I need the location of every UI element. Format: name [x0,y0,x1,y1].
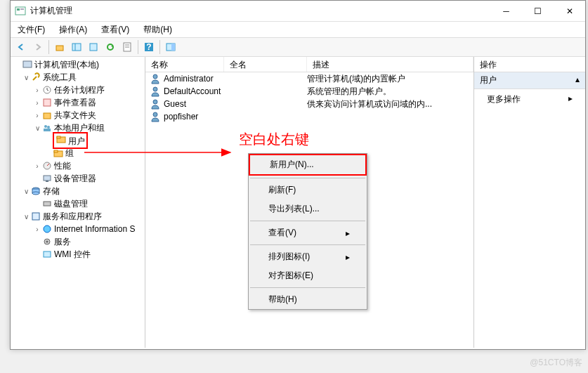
ctx-align[interactable]: 对齐图标(E) [249,266,367,285]
tree-svcs[interactable]: 服务 [11,235,145,248]
col-fullname[interactable]: 全名 [224,57,307,72]
show-hide-button[interactable] [69,39,84,55]
close-button[interactable]: ✕ [554,1,585,21]
properties-button[interactable] [119,39,135,55]
tree-eventvwr[interactable]: ›事件查看器 [11,96,145,109]
gear-icon [41,236,53,247]
annotation-arrow [84,145,239,159]
svg-point-38 [153,74,157,79]
tree-devmgr[interactable]: 设备管理器 [11,172,145,185]
chevron-right-icon: ▸ [346,252,350,262]
col-name[interactable]: 名称 [145,57,224,72]
tree-perf[interactable]: ›性能 [11,159,145,172]
svg-point-39 [153,87,157,91]
back-button[interactable] [13,39,29,55]
tree-storage[interactable]: ∨存储 [11,185,145,197]
tree-shared[interactable]: ›共享文件夹 [11,109,145,122]
tree-pane: 计算机管理(本地) ∨系统工具 ›任务计划程序 ›事件查看器 ›共享文件夹 ∨本… [11,57,145,348]
event-icon [41,97,53,108]
ctx-refresh[interactable]: 刷新(F) [249,181,367,199]
table-row[interactable]: Guest供来宾访问计算机或访问域的内... [145,98,473,110]
disk-icon [41,198,53,209]
svg-rect-6 [90,44,97,51]
svg-point-31 [32,192,39,195]
action-category[interactable]: 用户▴ [474,72,585,89]
svg-point-20 [47,126,50,129]
iis-icon [41,223,53,235]
ctx-arrange[interactable]: 排列图标(I)▸ [249,247,367,266]
tools-icon [30,72,41,83]
folder-icon [53,148,64,159]
svg-rect-27 [44,176,51,181]
ctx-new-user[interactable]: 新用户(N)... [249,154,367,176]
clock-icon [41,84,53,96]
user-icon [150,98,161,110]
svg-point-41 [153,112,157,117]
ctx-help[interactable]: 帮助(H) [249,290,367,309]
storage-icon [30,185,41,197]
tree[interactable]: 计算机管理(本地) ∨系统工具 ›任务计划程序 ›事件查看器 ›共享文件夹 ∨本… [11,57,145,262]
action-more[interactable]: 更多操作▸ [474,89,585,110]
list-rows: Administrator管理计算机(域)的内置帐户DefaultAccount… [145,72,473,123]
minimize-button[interactable]: ─ [490,1,522,21]
menu-file[interactable]: 文件(F) [13,22,49,37]
action-header: 操作 [474,57,585,72]
svg-rect-32 [44,202,51,206]
svg-rect-14 [171,44,175,51]
services-icon [30,211,41,222]
svg-rect-17 [44,99,51,106]
svg-rect-25 [54,150,58,152]
list-header: 名称 全名 描述 [145,57,473,72]
tree-services-apps[interactable]: ∨服务和应用程序 [11,210,145,223]
menu-help[interactable]: 帮助(H) [139,22,176,37]
tree-iis[interactable]: ›Internet Information S [11,223,145,235]
wmi-icon [41,249,53,260]
svg-rect-3 [56,46,63,51]
tree-root[interactable]: 计算机管理(本地) [11,58,145,71]
svg-point-36 [46,241,48,243]
maximize-button[interactable]: ☐ [522,1,554,21]
svg-rect-28 [46,181,48,182]
table-row[interactable]: Administrator管理计算机(域)的内置帐户 [145,72,473,85]
table-row[interactable]: popfisher [145,110,473,123]
forward-button[interactable] [30,39,46,55]
tree-diskmgr[interactable]: 磁盘管理 [11,197,145,210]
device-icon [41,173,53,184]
computer-icon [22,59,33,70]
context-menu: 新用户(N)... 刷新(F) 导出列表(L)... 查看(V)▸ 排列图标(I… [248,153,367,310]
svg-rect-1 [17,8,20,11]
action-pane: 操作 用户▴ 更多操作▸ [474,57,585,348]
toolbar: ? [11,37,585,57]
svg-rect-37 [44,251,51,257]
window-title: 计算机管理 [30,5,490,17]
export-button[interactable] [86,39,101,55]
ctx-view[interactable]: 查看(V)▸ [249,223,367,242]
tree-tasksched[interactable]: ›任务计划程序 [11,84,145,96]
refresh-button[interactable] [103,39,118,55]
user-icon [150,111,161,122]
collapse-icon: ▴ [575,74,580,86]
users-group-icon [41,122,53,133]
folder-shared-icon [41,110,53,121]
titlebar: 计算机管理 ─ ☐ ✕ [11,1,585,22]
svg-rect-18 [44,113,51,119]
tree-wmi[interactable]: WMI 控件 [11,248,145,261]
svg-rect-23 [57,136,60,138]
ctx-export[interactable]: 导出列表(L)... [249,199,367,218]
annotation-text: 空白处右键 [239,130,309,149]
svg-rect-33 [32,213,39,220]
user-icon [150,86,161,97]
help-button[interactable]: ? [141,39,157,55]
col-desc[interactable]: 描述 [307,57,473,72]
menu-action[interactable]: 操作(A) [55,22,91,37]
folder-icon [55,133,67,145]
menu-view[interactable]: 查看(V) [97,22,133,37]
svg-rect-0 [15,7,25,15]
svg-point-34 [44,225,51,233]
chevron-right-icon: ▸ [346,228,350,238]
up-button[interactable] [52,39,67,55]
table-row[interactable]: DefaultAccount系统管理的用户帐户。 [145,85,473,98]
svg-point-40 [153,100,157,104]
action-pane-button[interactable] [163,39,178,55]
tree-systools[interactable]: ∨系统工具 [11,71,145,84]
